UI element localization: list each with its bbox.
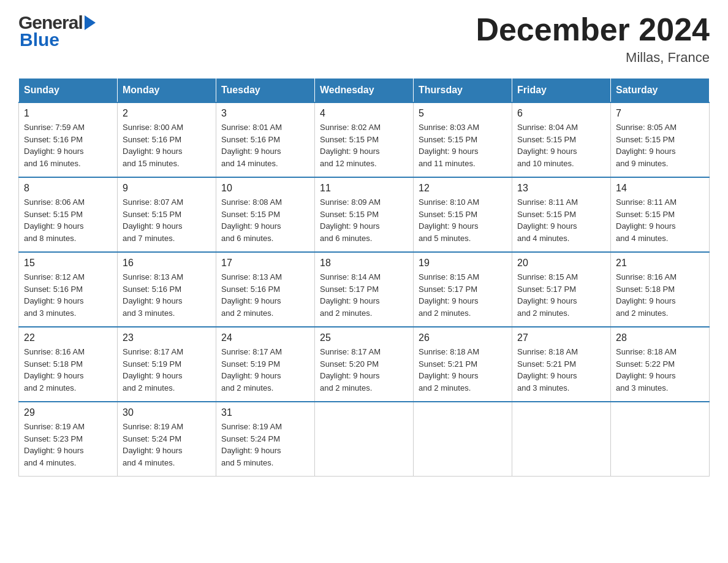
col-sunday: Sunday [19,79,118,103]
logo-triangle-icon [85,15,96,30]
day-number: 7 [616,108,704,119]
day-number: 8 [24,183,112,194]
day-info: Sunrise: 8:04 AM Sunset: 5:15 PM Dayligh… [517,121,605,169]
day-info: Sunrise: 8:18 AM Sunset: 5:22 PM Dayligh… [616,346,704,394]
col-friday: Friday [512,79,611,103]
table-row: 23 Sunrise: 8:17 AM Sunset: 5:19 PM Dayl… [118,327,216,402]
day-number: 25 [320,332,408,343]
day-number: 30 [123,407,211,418]
col-thursday: Thursday [414,79,512,103]
day-number: 29 [24,407,112,418]
table-row: 6 Sunrise: 8:04 AM Sunset: 5:15 PM Dayli… [512,102,611,177]
day-number: 27 [517,332,605,343]
day-info: Sunrise: 8:00 AM Sunset: 5:16 PM Dayligh… [123,121,211,169]
day-info: Sunrise: 8:16 AM Sunset: 5:18 PM Dayligh… [24,346,112,394]
day-info: Sunrise: 8:15 AM Sunset: 5:17 PM Dayligh… [517,271,605,319]
day-number: 28 [616,332,704,343]
col-wednesday: Wednesday [315,79,414,103]
calendar-week-row: 1 Sunrise: 7:59 AM Sunset: 5:16 PM Dayli… [19,102,710,177]
day-number: 15 [24,258,112,269]
day-info: Sunrise: 8:09 AM Sunset: 5:15 PM Dayligh… [320,196,408,244]
table-row: 17 Sunrise: 8:13 AM Sunset: 5:16 PM Dayl… [216,252,315,327]
day-info: Sunrise: 8:17 AM Sunset: 5:19 PM Dayligh… [123,346,211,394]
day-number: 3 [221,108,309,119]
day-number: 26 [419,332,507,343]
day-number: 21 [616,258,704,269]
day-info: Sunrise: 8:17 AM Sunset: 5:20 PM Dayligh… [320,346,408,394]
calendar-week-row: 15 Sunrise: 8:12 AM Sunset: 5:16 PM Dayl… [19,252,710,327]
day-info: Sunrise: 8:19 AM Sunset: 5:23 PM Dayligh… [24,421,112,469]
table-row: 16 Sunrise: 8:13 AM Sunset: 5:16 PM Dayl… [118,252,216,327]
day-info: Sunrise: 8:06 AM Sunset: 5:15 PM Dayligh… [24,196,112,244]
day-number: 14 [616,183,704,194]
table-row: 20 Sunrise: 8:15 AM Sunset: 5:17 PM Dayl… [512,252,611,327]
calendar-week-row: 22 Sunrise: 8:16 AM Sunset: 5:18 PM Dayl… [19,327,710,402]
table-row: 26 Sunrise: 8:18 AM Sunset: 5:21 PM Dayl… [414,327,512,402]
day-number: 24 [221,332,309,343]
table-row: 30 Sunrise: 8:19 AM Sunset: 5:24 PM Dayl… [118,402,216,477]
calendar-week-row: 8 Sunrise: 8:06 AM Sunset: 5:15 PM Dayli… [19,177,710,252]
day-number: 17 [221,258,309,269]
col-saturday: Saturday [611,79,710,103]
day-number: 22 [24,332,112,343]
day-info: Sunrise: 8:15 AM Sunset: 5:17 PM Dayligh… [419,271,507,319]
calendar-header-row: Sunday Monday Tuesday Wednesday Thursday… [19,79,710,103]
table-row [611,402,710,477]
table-row: 15 Sunrise: 8:12 AM Sunset: 5:16 PM Dayl… [19,252,118,327]
day-info: Sunrise: 8:14 AM Sunset: 5:17 PM Dayligh… [320,271,408,319]
day-info: Sunrise: 8:18 AM Sunset: 5:21 PM Dayligh… [517,346,605,394]
day-number: 11 [320,183,408,194]
table-row: 8 Sunrise: 8:06 AM Sunset: 5:15 PM Dayli… [19,177,118,252]
table-row: 14 Sunrise: 8:11 AM Sunset: 5:15 PM Dayl… [611,177,710,252]
day-number: 2 [123,108,211,119]
table-row: 13 Sunrise: 8:11 AM Sunset: 5:15 PM Dayl… [512,177,611,252]
table-row: 7 Sunrise: 8:05 AM Sunset: 5:15 PM Dayli… [611,102,710,177]
day-info: Sunrise: 8:16 AM Sunset: 5:18 PM Dayligh… [616,271,704,319]
table-row: 9 Sunrise: 8:07 AM Sunset: 5:15 PM Dayli… [118,177,216,252]
day-info: Sunrise: 8:11 AM Sunset: 5:15 PM Dayligh… [616,196,704,244]
day-info: Sunrise: 8:01 AM Sunset: 5:16 PM Dayligh… [221,121,309,169]
day-number: 16 [123,258,211,269]
day-info: Sunrise: 8:05 AM Sunset: 5:15 PM Dayligh… [616,121,704,169]
table-row: 19 Sunrise: 8:15 AM Sunset: 5:17 PM Dayl… [414,252,512,327]
day-number: 1 [24,108,112,119]
day-info: Sunrise: 8:02 AM Sunset: 5:15 PM Dayligh… [320,121,408,169]
day-number: 9 [123,183,211,194]
col-monday: Monday [118,79,216,103]
table-row [512,402,611,477]
day-info: Sunrise: 8:08 AM Sunset: 5:15 PM Dayligh… [221,196,309,244]
day-number: 13 [517,183,605,194]
table-row: 12 Sunrise: 8:10 AM Sunset: 5:15 PM Dayl… [414,177,512,252]
day-number: 4 [320,108,408,119]
table-row: 27 Sunrise: 8:18 AM Sunset: 5:21 PM Dayl… [512,327,611,402]
day-number: 10 [221,183,309,194]
table-row: 21 Sunrise: 8:16 AM Sunset: 5:18 PM Dayl… [611,252,710,327]
day-info: Sunrise: 8:13 AM Sunset: 5:16 PM Dayligh… [221,271,309,319]
day-number: 6 [517,108,605,119]
table-row: 4 Sunrise: 8:02 AM Sunset: 5:15 PM Dayli… [315,102,414,177]
table-row: 24 Sunrise: 8:17 AM Sunset: 5:19 PM Dayl… [216,327,315,402]
day-number: 12 [419,183,507,194]
day-info: Sunrise: 8:10 AM Sunset: 5:15 PM Dayligh… [419,196,507,244]
table-row: 22 Sunrise: 8:16 AM Sunset: 5:18 PM Dayl… [19,327,118,402]
day-info: Sunrise: 8:19 AM Sunset: 5:24 PM Dayligh… [123,421,211,469]
day-info: Sunrise: 8:11 AM Sunset: 5:15 PM Dayligh… [517,196,605,244]
table-row: 5 Sunrise: 8:03 AM Sunset: 5:15 PM Dayli… [414,102,512,177]
col-tuesday: Tuesday [216,79,315,103]
table-row: 10 Sunrise: 8:08 AM Sunset: 5:15 PM Dayl… [216,177,315,252]
calendar-table: Sunday Monday Tuesday Wednesday Thursday… [18,78,710,477]
table-row: 11 Sunrise: 8:09 AM Sunset: 5:15 PM Dayl… [315,177,414,252]
page-subtitle: Millas, France [476,50,710,66]
table-row: 2 Sunrise: 8:00 AM Sunset: 5:16 PM Dayli… [118,102,216,177]
day-number: 5 [419,108,507,119]
table-row [315,402,414,477]
day-info: Sunrise: 8:07 AM Sunset: 5:15 PM Dayligh… [123,196,211,244]
day-info: Sunrise: 7:59 AM Sunset: 5:16 PM Dayligh… [24,121,112,169]
day-number: 31 [221,407,309,418]
day-number: 20 [517,258,605,269]
day-info: Sunrise: 8:13 AM Sunset: 5:16 PM Dayligh… [123,271,211,319]
day-info: Sunrise: 8:19 AM Sunset: 5:24 PM Dayligh… [221,421,309,469]
page-header: General Blue December 2024 Millas, Franc… [18,12,710,66]
table-row: 29 Sunrise: 8:19 AM Sunset: 5:23 PM Dayl… [19,402,118,477]
page-title: December 2024 [476,12,710,47]
